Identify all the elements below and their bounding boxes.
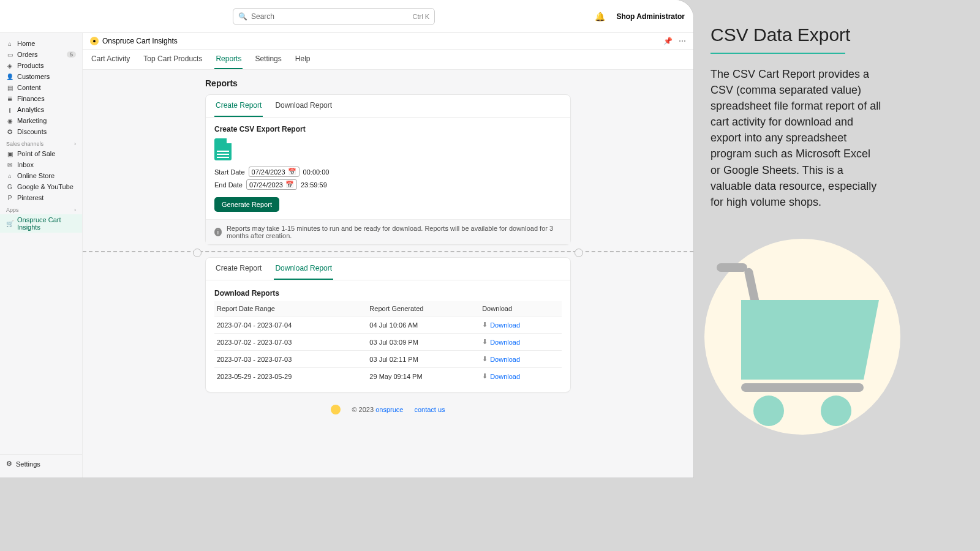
marketing-title: CSV Data Export [710, 24, 882, 45]
end-date-input[interactable]: 07/24/2023 📅 [246, 179, 297, 190]
sidebar-channels-heading: Sales channels› [0, 137, 82, 148]
nav-icon: ⌂ [6, 40, 13, 47]
nav-icon: ⌂ [6, 173, 13, 179]
download-heading: Download Reports [214, 289, 562, 298]
sidebar-item-content[interactable]: ▤Content [0, 82, 82, 93]
section-divider [83, 251, 693, 252]
search-input[interactable]: 🔍 Search Ctrl K [233, 8, 435, 25]
nav-icon: ▭ [6, 51, 13, 58]
app-window: 🔍 Search Ctrl K 🔔 Shop Administrator ⌂Ho… [0, 0, 693, 478]
tab-help[interactable]: Help [294, 50, 312, 69]
bell-icon[interactable]: 🔔 [595, 12, 605, 21]
search-icon: 🔍 [238, 12, 247, 21]
contact-link[interactable]: contact us [414, 406, 445, 413]
gear-icon: ⚙ [6, 460, 12, 468]
table-row: 2023-07-03 - 2023-07-0303 Jul 02:11 PM⬇D… [214, 351, 562, 368]
download-icon: ⬇ [482, 372, 488, 380]
report-note: i Reports may take 1-15 minutes to run a… [206, 219, 570, 244]
cart-illustration [704, 239, 900, 435]
sidebar-item-google-youtube[interactable]: GGoogle & YouTube [0, 181, 82, 192]
csv-file-icon [214, 138, 232, 160]
footer: © 2023 onspruce contact us [205, 399, 571, 421]
download-icon: ⬇ [482, 338, 488, 346]
marketing-panel: CSV Data Export The CSV Cart Report prov… [710, 24, 882, 210]
nav-icon: G [6, 184, 13, 190]
nav-icon: ✪ [6, 129, 13, 135]
end-date-label: End Date [214, 181, 243, 189]
card-tab-download-report[interactable]: Download Report [274, 258, 333, 280]
settings-link[interactable]: ⚙ Settings [0, 454, 82, 473]
badge: 5 [67, 51, 76, 58]
info-icon: i [214, 228, 222, 236]
col-report-date-range: Report Date Range [214, 301, 367, 317]
col-download: Download [480, 301, 562, 317]
search-kbd: Ctrl K [413, 13, 430, 20]
start-date-input[interactable]: 07/24/2023 📅 [249, 167, 300, 177]
table-row: 2023-05-29 - 2023-05-2929 May 09:14 PM⬇D… [214, 368, 562, 385]
sidebar: ⌂Home▭Orders5◈Products👤Customers▤Content… [0, 33, 83, 478]
start-time: 00:00:00 [303, 168, 330, 176]
nav-icon: ⫿ [6, 107, 13, 113]
sidebar-item-inbox[interactable]: ✉Inbox [0, 159, 82, 170]
download-link[interactable]: ⬇Download [482, 372, 520, 380]
nav-icon: ≣ [6, 96, 13, 102]
app-header: ● Onspruce Cart Insights 📌 ⋯ [83, 33, 693, 50]
sidebar-item-orders[interactable]: ▭Orders5 [0, 49, 82, 60]
more-icon[interactable]: ⋯ [679, 37, 686, 45]
download-link[interactable]: ⬇Download [482, 338, 520, 346]
marketing-body: The CSV Cart Report provides a CSV (comm… [710, 66, 882, 210]
user-label[interactable]: Shop Administrator [616, 12, 685, 21]
nav-icon: ◈ [6, 62, 13, 69]
generate-report-button[interactable]: Generate Report [214, 197, 279, 212]
pin-icon[interactable]: 📌 [663, 37, 673, 45]
tab-reports[interactable]: Reports [214, 50, 243, 69]
download-icon: ⬇ [482, 355, 488, 363]
sidebar-item-analytics[interactable]: ⫿Analytics [0, 104, 82, 115]
download-link[interactable]: ⬇Download [482, 321, 520, 329]
download-link[interactable]: ⬇Download [482, 355, 520, 363]
page-title: Reports [205, 78, 571, 88]
sidebar-item-products[interactable]: ◈Products [0, 60, 82, 71]
nav-icon: 🛒 [6, 220, 13, 227]
nav-icon: ✉ [6, 162, 13, 168]
calendar-icon: 📅 [285, 181, 294, 189]
brand-link[interactable]: onspruce [375, 406, 403, 413]
tab-top-cart-products[interactable]: Top Cart Products [142, 50, 203, 69]
sidebar-item-online-store[interactable]: ⌂Online Store [0, 170, 82, 181]
create-heading: Create CSV Export Report [214, 125, 562, 133]
nav-icon: P [6, 195, 13, 201]
table-row: 2023-07-02 - 2023-07-0303 Jul 03:09 PM⬇D… [214, 334, 562, 351]
calendar-icon: 📅 [288, 168, 296, 176]
main-panel: ● Onspruce Cart Insights 📌 ⋯ Cart Activi… [83, 33, 693, 478]
sidebar-item-customers[interactable]: 👤Customers [0, 71, 82, 82]
card-tab-create-report[interactable]: Create Report [214, 258, 263, 280]
sidebar-item-onspruce-cart-insights[interactable]: 🛒Onspruce Cart Insights [0, 214, 82, 233]
nav-icon: ▤ [6, 84, 13, 91]
sidebar-item-discounts[interactable]: ✪Discounts [0, 126, 82, 137]
col-report-generated: Report Generated [367, 301, 480, 317]
app-logo-icon: ● [90, 37, 99, 45]
sidebar-main: ⌂Home▭Orders5◈Products👤Customers▤Content… [0, 38, 82, 137]
sidebar-item-home[interactable]: ⌂Home [0, 38, 82, 49]
start-date-label: Start Date [214, 168, 245, 176]
card-tab-create-report[interactable]: Create Report [214, 95, 263, 117]
tab-settings[interactable]: Settings [254, 50, 282, 69]
nav-icon: ◉ [6, 118, 13, 124]
downloads-table: Report Date RangeReport GeneratedDownloa… [214, 301, 562, 384]
create-report-card: Create ReportDownload Report Create CSV … [205, 94, 571, 245]
download-icon: ⬇ [482, 321, 488, 329]
end-time: 23:59:59 [301, 181, 327, 189]
sidebar-item-finances[interactable]: ≣Finances [0, 93, 82, 104]
table-row: 2023-07-04 - 2023-07-0404 Jul 10:06 AM⬇D… [214, 317, 562, 334]
app-title: Onspruce Cart Insights [102, 37, 178, 45]
sidebar-item-point-of-sale[interactable]: ▣Point of Sale [0, 148, 82, 159]
sidebar-item-pinterest[interactable]: PPinterest [0, 192, 82, 203]
footer-logo-icon [331, 405, 341, 414]
sidebar-apps-heading: Apps› [0, 203, 82, 214]
sidebar-item-marketing[interactable]: ◉Marketing [0, 115, 82, 126]
tab-cart-activity[interactable]: Cart Activity [90, 50, 131, 69]
card-tab-download-report[interactable]: Download Report [274, 95, 333, 117]
search-placeholder: Search [251, 12, 274, 21]
download-report-card: Create ReportDownload Report Download Re… [205, 257, 571, 392]
app-tabs: Cart ActivityTop Cart ProductsReportsSet… [83, 50, 693, 70]
